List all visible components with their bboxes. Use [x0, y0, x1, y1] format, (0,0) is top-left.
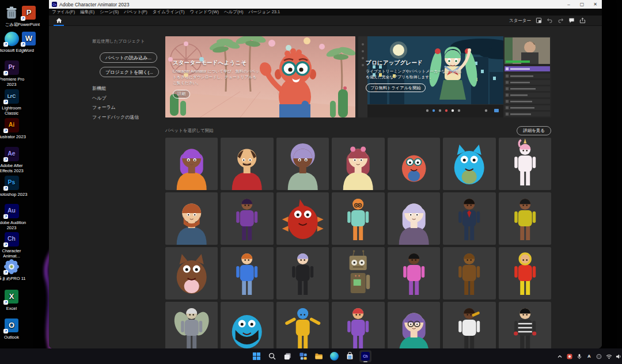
shortcut-arrow-badge: [3, 270, 8, 275]
desktop-icon-label: Adobe Audition 2023: [0, 220, 28, 231]
puppet-tile-woman-purple-hair[interactable]: [165, 138, 218, 190]
starter-details-button[interactable]: 詳細: [173, 90, 190, 98]
help-link[interactable]: ヘルプ: [92, 95, 170, 101]
puppet-tile-mud-creature[interactable]: [443, 247, 495, 299]
puppet-tile-red-spiky-monster[interactable]: [276, 192, 329, 245]
desktop-icon-label: Character Animat...: [0, 248, 28, 259]
tray-hidden-icons-chevron[interactable]: [556, 353, 563, 360]
puppet-tile-girl-orange-bun[interactable]: [221, 247, 273, 299]
menu-item-0[interactable]: ファイル(F): [52, 9, 75, 15]
tray-onedrive[interactable]: [596, 353, 602, 360]
puppet-art-girl-orange-bun: [221, 247, 273, 299]
puppet-tile-superhero-purple[interactable]: [332, 302, 384, 348]
send-feedback-link[interactable]: フィードバックの送信: [92, 114, 170, 120]
puppet-tile-girl-sari[interactable]: [388, 247, 440, 299]
menu-item-6[interactable]: ヘルプ(H): [224, 9, 243, 15]
puppet-tile-blue-yeti[interactable]: [221, 302, 273, 348]
desktop-icon-audition[interactable]: AuAdobe Audition 2023: [0, 203, 28, 231]
taskbar-start-button[interactable]: [251, 350, 263, 362]
layout-icon[interactable]: [536, 17, 542, 24]
menu-item-4[interactable]: タイムライン(T): [153, 9, 185, 15]
puppet-tile-dog-costume[interactable]: [165, 247, 218, 299]
puppet-art-red-spiky-monster: [276, 192, 329, 245]
import-puppet-button[interactable]: パペットの読み込み...: [100, 52, 157, 63]
desktop-icon-lightroom-classic[interactable]: LrCLightroom Classic: [0, 88, 28, 116]
desktop-icon-after-effects[interactable]: AeAdobe After Effects 2023: [0, 146, 28, 174]
puppet-tile-man-mustache[interactable]: [221, 138, 273, 190]
taskbar-task-view-button[interactable]: [282, 350, 294, 362]
puppet-tile-gold-suit-alien[interactable]: [276, 302, 329, 348]
puppet-tile-girl-lavender-hair[interactable]: [388, 192, 440, 245]
puppet-art-rusty-robot: [332, 247, 384, 299]
puppet-tile-person-black-outfit[interactable]: [276, 247, 329, 299]
desktop-icon-powerpoint[interactable]: PPowerPoint: [13, 5, 45, 27]
puppet-tile-person-purple-outfit[interactable]: [221, 192, 273, 245]
puppet-tile-woman-yellow-dress[interactable]: [499, 192, 551, 245]
tray-network[interactable]: [605, 353, 612, 360]
desktop-icon-illustrator[interactable]: AiIllustrator 2023: [0, 117, 28, 139]
close-button[interactable]: ✕: [589, 0, 602, 9]
menu-item-3[interactable]: パペット(P): [124, 9, 147, 15]
upgrade-banner-body: ライブストリーミングやパペットメーカーなどの機能を備えた完全なアプリを取得します…: [366, 69, 464, 80]
starter-mode-label: スターター: [509, 18, 531, 24]
home-tab[interactable]: [54, 16, 64, 26]
puppet-tile-anime-girl-bow[interactable]: [332, 138, 384, 190]
puppet-art-girl-purple-twintails: [388, 302, 440, 348]
puppet-art-person-purple-outfit: [221, 192, 273, 245]
taskbar-character-animator-button[interactable]: Ch: [359, 350, 371, 362]
banner-starter-mode[interactable]: スターターモードへようこそ Character Animator について学び、…: [165, 36, 355, 117]
desktop-icon-outlook[interactable]: OOutlook: [0, 317, 28, 340]
puppet-tile-luchador[interactable]: [499, 247, 551, 299]
open-project-button[interactable]: プロジェクトを開く(...: [100, 67, 159, 77]
menu-item-5[interactable]: ウィンドウ(W): [189, 9, 218, 15]
redo-icon[interactable]: [557, 17, 564, 24]
sidebar: 最近使用したプロジェクト パペットの読み込み... プロジェクトを開く(... …: [92, 39, 170, 123]
share-icon[interactable]: [579, 17, 586, 24]
puppet-art-woman-yellow-dress: [499, 192, 551, 245]
banner-upgrade-pro[interactable]: プロにアップグレード ライブストリーミングやパペットメーカーなどの機能を備えた完…: [358, 36, 551, 117]
whats-new-link[interactable]: 新機能: [92, 85, 170, 92]
puppet-tile-man-trumpet[interactable]: [443, 302, 495, 348]
taskbar-edge-button[interactable]: [328, 350, 340, 362]
tray-ime[interactable]: A: [586, 353, 593, 360]
puppet-tile-rusty-robot[interactable]: [332, 247, 384, 299]
menu-item-1[interactable]: 編集(E): [80, 9, 94, 15]
title-bar: Ch Adobe Character Animator 2023 – ▢ ✕: [49, 0, 602, 9]
desktop-icon-word[interactable]: WWord: [13, 31, 45, 53]
taskbar-search-button[interactable]: [266, 350, 278, 362]
maximize-button[interactable]: ▢: [575, 0, 589, 9]
puppet-tile-fox-glasses[interactable]: [332, 192, 384, 245]
taskbar-microsoft-store-button[interactable]: [344, 350, 356, 362]
puppet-tile-fairy[interactable]: [165, 302, 218, 348]
puppet-tile-blue-cat[interactable]: [443, 138, 495, 190]
tray-microphone[interactable]: [576, 353, 583, 360]
desktop-icon-fudemame[interactable]: 筆まめPRO 11: [0, 259, 28, 281]
puppet-tile-red-furry-monster[interactable]: [388, 138, 440, 190]
desktop-icon-premiere-pro[interactable]: PrPremiere Pro 2023: [0, 59, 28, 88]
puppet-tile-man-red-beard[interactable]: [165, 192, 218, 245]
taskbar-widgets-button[interactable]: [297, 350, 309, 362]
feedback-chat-icon[interactable]: [568, 17, 575, 24]
puppet-tile-burglar[interactable]: [499, 302, 551, 348]
desktop-icon-character-animator-shortcut[interactable]: ChCharacter Animat...: [0, 231, 28, 259]
puppet-art-fox-glasses: [332, 192, 384, 245]
see-more-button[interactable]: 詳細を見る: [517, 126, 551, 135]
puppet-tile-person-lavender-afro[interactable]: [276, 138, 329, 190]
taskbar-file-explorer-button[interactable]: [313, 350, 325, 362]
desktop-icon-photoshop[interactable]: PsPhotoshop 2023: [0, 175, 28, 197]
puppet-art-man-mustache: [221, 138, 273, 190]
tray-recording-indicator[interactable]: [566, 353, 573, 360]
undo-icon[interactable]: [547, 17, 553, 24]
menu-item-2[interactable]: シーン(S): [100, 9, 119, 15]
shortcut-arrow-badge: [3, 300, 8, 305]
desktop-icon-excel[interactable]: XExcel: [0, 289, 28, 311]
puppet-tile-girl-purple-twintails[interactable]: [388, 302, 440, 348]
tray-volume[interactable]: [615, 353, 622, 360]
puppet-tile-unicorn-costume[interactable]: [499, 138, 551, 190]
shortcut-arrow-badge: [3, 42, 8, 47]
start-pro-trial-button[interactable]: プロ無料トライアルを開始: [366, 84, 426, 92]
puppet-art-blue-cat: [443, 138, 495, 190]
puppet-tile-man-navy-suit[interactable]: [443, 192, 495, 245]
minimize-button[interactable]: –: [562, 0, 575, 9]
forum-link[interactable]: フォーラム: [92, 104, 170, 111]
